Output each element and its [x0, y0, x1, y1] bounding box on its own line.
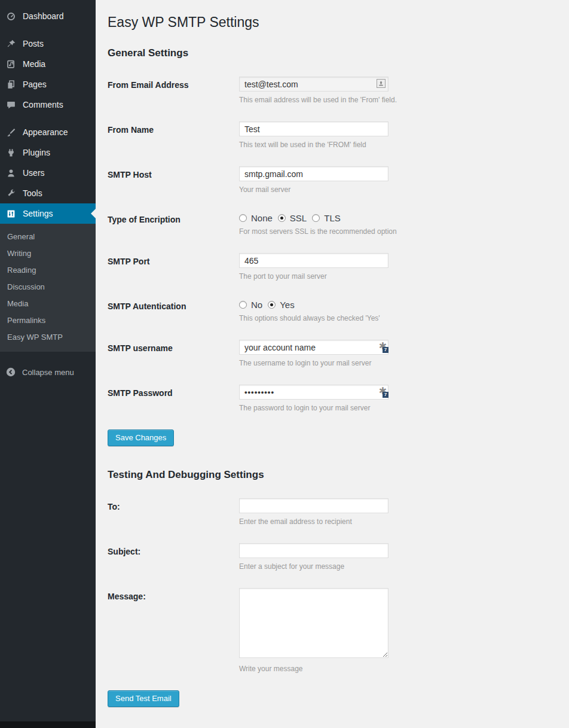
from-name-input[interactable] — [239, 121, 388, 136]
smtp-host-help: Your mail server — [239, 185, 557, 194]
submenu-item-reading[interactable]: Reading — [0, 262, 96, 279]
to-help: Enter the email address to recipient — [239, 517, 557, 526]
autofill-contact-icon[interactable] — [377, 79, 386, 88]
smtp-port-row: SMTP Port The port to your mail server — [108, 253, 557, 281]
subject-label: Subject: — [108, 543, 239, 571]
submenu-item-media[interactable]: Media — [0, 296, 96, 312]
smtp-password-help: The password to login to your mail serve… — [239, 404, 557, 412]
subject-help: Enter a subject for your message — [239, 562, 557, 571]
sidebar-item-appearance[interactable]: Appearance — [0, 122, 96, 142]
send-test-email-button[interactable]: Send Test Email — [108, 690, 179, 707]
smtp-host-label: SMTP Host — [108, 166, 239, 194]
from-email-input[interactable] — [239, 77, 388, 92]
sidebar-item-tools[interactable]: Tools — [0, 183, 96, 203]
collapse-menu-label: Collapse menu — [22, 368, 74, 377]
encryption-option-ssl[interactable]: SSL — [278, 213, 307, 223]
smtp-username-help: The username to login to your mail serve… — [239, 359, 557, 367]
sidebar-item-label: Users — [23, 167, 45, 179]
wrench-icon — [5, 187, 17, 199]
submenu-item-discussion[interactable]: Discussion — [0, 279, 96, 296]
encryption-row: Type of Encription None SSL — [108, 211, 557, 236]
encryption-radio-group: None SSL TLS — [239, 211, 557, 223]
save-changes-button[interactable]: Save Changes — [108, 430, 174, 446]
message-textarea[interactable] — [239, 588, 388, 658]
auth-radio-yes[interactable] — [268, 301, 276, 309]
general-settings-heading: General Settings — [108, 47, 557, 59]
sidebar-item-label: Appearance — [23, 126, 68, 138]
encryption-radio-ssl[interactable] — [278, 214, 286, 222]
radio-label: No — [251, 300, 262, 310]
smtp-password-input[interactable] — [239, 385, 388, 400]
sidebar-item-label: Plugins — [23, 147, 50, 159]
encryption-radio-tls[interactable] — [312, 214, 320, 222]
auth-label: SMTP Autentication — [108, 298, 239, 322]
submenu-item-writing[interactable]: Writing — [0, 245, 96, 262]
sidebar-item-label: Settings — [23, 208, 53, 220]
radio-label: None — [251, 213, 273, 223]
subject-input[interactable] — [239, 543, 388, 558]
message-label: Message: — [108, 588, 239, 673]
sidebar-item-dashboard[interactable]: Dashboard — [0, 6, 96, 26]
user-icon — [5, 167, 17, 179]
sidebar-item-label: Tools — [23, 187, 42, 199]
encryption-label: Type of Encription — [108, 211, 239, 236]
testing-settings-heading: Testing And Debugging Settings — [108, 469, 557, 481]
sidebar-item-label: Pages — [23, 78, 47, 90]
sidebar-item-pages[interactable]: Pages — [0, 74, 96, 95]
radio-label: SSL — [290, 213, 307, 223]
settings-sliders-icon — [5, 208, 17, 220]
password-manager-icon[interactable]: ✱ 7 — [377, 386, 388, 398]
encryption-option-tls[interactable]: TLS — [312, 213, 341, 223]
admin-sidebar: Dashboard Posts Media Pages Commen — [0, 0, 96, 728]
menu-separator — [0, 115, 96, 122]
menu-separator — [0, 26, 96, 33]
sidebar-item-users[interactable]: Users — [0, 163, 96, 183]
smtp-username-label: SMTP username — [108, 340, 239, 367]
sidebar-item-posts[interactable]: Posts — [0, 33, 96, 54]
sidebar-item-comments[interactable]: Comments — [0, 95, 96, 115]
pages-icon — [5, 78, 17, 90]
to-row: To: Enter the email address to recipient — [108, 498, 557, 526]
submenu-item-easy-wp-smtp[interactable]: Easy WP SMTP — [0, 329, 96, 346]
collapse-menu-button[interactable]: Collapse menu — [0, 361, 96, 383]
auth-help: This options should always be checked 'Y… — [239, 314, 557, 322]
to-input[interactable] — [239, 498, 388, 513]
encryption-radio-none[interactable] — [239, 214, 247, 222]
from-name-help: This text will be used in the 'FROM' fie… — [239, 141, 557, 149]
message-row: Message: Write your message — [108, 588, 557, 673]
sidebar-item-settings[interactable]: Settings — [0, 203, 96, 224]
sidebar-item-media[interactable]: Media — [0, 54, 96, 74]
sidebar-item-label: Dashboard — [23, 10, 64, 22]
encryption-option-none[interactable]: None — [239, 213, 273, 223]
auth-option-no[interactable]: No — [239, 300, 262, 310]
to-label: To: — [108, 498, 239, 526]
from-email-row: From Email Address This email address wi… — [108, 77, 557, 104]
pushpin-icon — [5, 38, 17, 50]
smtp-port-input[interactable] — [239, 253, 388, 268]
message-help: Write your message — [239, 665, 557, 673]
smtp-password-label: SMTP Password — [108, 385, 239, 412]
settings-submenu: General Writing Reading Discussion Media… — [0, 224, 96, 352]
sidebar-item-label: Media — [23, 58, 45, 70]
smtp-port-label: SMTP Port — [108, 253, 239, 281]
password-manager-icon[interactable]: ✱ 7 — [377, 341, 388, 353]
encryption-help: For most servers SSL is the recommended … — [239, 227, 557, 236]
smtp-port-help: The port to your mail server — [239, 272, 557, 281]
submenu-item-permalinks[interactable]: Permalinks — [0, 312, 96, 329]
dashboard-icon — [5, 10, 17, 22]
from-name-label: From Name — [108, 121, 239, 149]
auth-option-yes[interactable]: Yes — [268, 300, 294, 310]
smtp-username-input[interactable] — [239, 340, 388, 355]
media-icon — [5, 58, 17, 70]
password-manager-badge: 7 — [383, 392, 388, 398]
auth-radio-no[interactable] — [239, 301, 247, 309]
from-email-label: From Email Address — [108, 77, 239, 104]
sidebar-item-plugins[interactable]: Plugins — [0, 142, 96, 163]
sidebar-bottom-strip — [0, 721, 96, 728]
auth-row: SMTP Autentication No Yes This options s… — [108, 298, 557, 322]
smtp-password-row: SMTP Password ✱ 7 The password to login … — [108, 385, 557, 412]
submenu-item-general[interactable]: General — [0, 229, 96, 245]
sidebar-item-label: Posts — [23, 38, 44, 50]
radio-label: TLS — [324, 213, 341, 223]
smtp-host-input[interactable] — [239, 166, 388, 181]
